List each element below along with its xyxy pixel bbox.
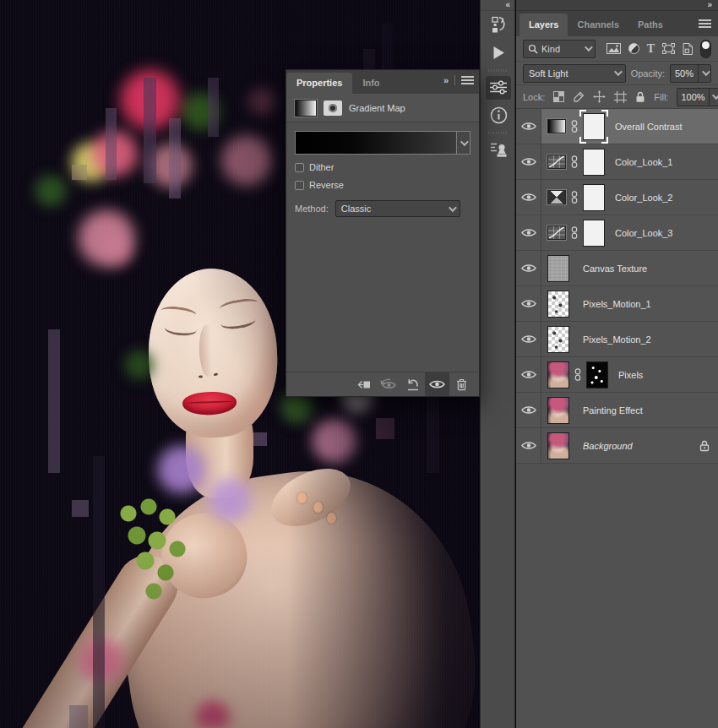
fill-value[interactable]: 100% [677,89,708,106]
layer-thumbnail-gradient[interactable] [547,190,566,204]
tab-properties[interactable]: Properties [286,73,352,94]
layer-thumbnail-curves[interactable] [547,155,566,169]
layer-thumbnail-transparent[interactable] [547,326,569,353]
mask-icon[interactable] [324,101,342,116]
tab-info[interactable]: Info [352,73,389,94]
reverse-option[interactable]: Reverse [295,180,471,190]
layer-thumbnail-photo[interactable] [547,432,569,459]
opacity-field[interactable]: 50% [670,64,711,83]
visibility-eye-icon[interactable] [516,144,541,179]
dock-collapse-button[interactable]: « [481,0,514,11]
filter-kind-value: Kind [541,44,581,54]
layers-dock-collapse-button[interactable]: » [516,0,718,11]
visibility-eye-icon[interactable] [516,286,541,321]
layer-name: Pixels_Motion_2 [583,334,651,345]
layer-name: Background [583,441,633,451]
layer-mask-thumbnail[interactable] [583,149,605,176]
reverse-checkbox[interactable] [295,181,304,190]
clip-to-layer-button[interactable] [351,372,376,396]
dock-group-grip[interactable] [488,68,507,73]
gradient-map-icon[interactable] [295,100,317,117]
layer-row-color-look-3[interactable]: Color_Look_3 [516,215,718,251]
visibility-eye-icon[interactable] [516,180,541,215]
layer-thumbnail-curves[interactable] [547,225,566,240]
photoshop-window: « » [0,0,718,728]
lock-row: Lock: Fill: 100% [516,85,718,109]
layer-row-painting-effect[interactable]: Painting Effect [516,393,718,428]
actions-panel-button[interactable] [481,39,516,67]
filter-shape-layers-icon[interactable] [662,43,675,54]
fill-field[interactable]: 100% [677,88,718,106]
view-previous-state-button[interactable] [376,372,400,396]
dither-label: Dither [309,162,334,172]
delete-adjustment-button[interactable] [449,372,474,396]
history-panel-button[interactable] [481,11,516,39]
clone-source-panel-button[interactable] [481,136,516,164]
filter-type-layers-icon[interactable]: T [647,42,655,56]
layer-row-canvas-texture[interactable]: Canvas Texture [516,251,718,286]
layer-row-pixels-motion-2[interactable]: Pixels_Motion_2 [516,322,718,357]
layer-row-color-look-2[interactable]: Color_Look_2 [516,180,718,215]
lock-transparency-icon[interactable] [553,91,564,102]
tab-layers[interactable]: Layers [519,14,568,36]
search-icon [528,44,538,54]
properties-footer [286,372,479,396]
lock-pixels-brush-icon[interactable] [573,91,585,103]
filter-adjustment-layers-icon[interactable] [628,43,639,54]
chevron-down-icon [712,91,718,100]
toggle-visibility-button[interactable] [425,372,449,396]
layer-mask-thumbnail[interactable] [586,361,608,388]
layer-mask-thumbnail[interactable] [583,220,605,247]
dock-group-grip[interactable] [488,130,507,135]
visibility-eye-icon[interactable] [516,251,541,285]
filter-smart-objects-icon[interactable] [683,43,693,55]
info-panel-button[interactable] [481,101,516,129]
tab-paths[interactable]: Paths [628,14,672,36]
collapse-right-icon[interactable]: » [443,75,449,85]
gradient-preview-dropdown[interactable] [295,131,471,155]
gradient-preview[interactable] [296,132,456,154]
dither-option[interactable]: Dither [295,162,471,172]
method-value: Classic [341,204,449,214]
filter-toggle-switch[interactable] [700,40,711,58]
lock-artboard-icon[interactable] [614,91,627,103]
chevron-down-icon [614,68,623,76]
tab-channels[interactable]: Channels [568,14,628,36]
visibility-eye-icon[interactable] [516,393,541,427]
opacity-value[interactable]: 50% [671,65,698,82]
layer-mask-thumbnail[interactable] [583,113,605,140]
properties-tab-bar: Properties Info » [286,70,479,94]
layer-row-pixels-motion-1[interactable]: Pixels_Motion_1 [516,286,718,322]
visibility-eye-icon[interactable] [516,322,541,356]
layer-thumbnail-transparent[interactable] [547,291,569,318]
properties-panel-button[interactable] [481,73,516,101]
reset-adjustment-button[interactable] [400,372,425,396]
dither-checkbox[interactable] [295,163,304,172]
lock-position-move-icon[interactable] [593,90,606,103]
layer-name: Color_Look_1 [615,157,673,167]
visibility-eye-icon[interactable] [516,357,541,392]
visibility-eye-icon[interactable] [516,109,541,144]
layer-thumbnail-gradient-map[interactable] [547,119,566,133]
layer-name: Color_Look_3 [615,228,673,238]
lock-icon [699,440,710,452]
layer-row-pixels[interactable]: Pixels [516,357,718,393]
layer-row-color-look-1[interactable]: Color_Look_1 [516,144,718,180]
panel-menu-icon[interactable] [699,19,711,28]
layer-thumbnail-photo[interactable] [547,397,569,424]
visibility-eye-icon[interactable] [516,215,541,250]
method-dropdown[interactable]: Classic [335,200,460,217]
layer-thumbnail-photo[interactable] [547,361,569,388]
layer-row-background[interactable]: Background [516,428,718,464]
layer-mask-thumbnail[interactable] [583,184,605,211]
panel-menu-icon[interactable] [461,76,474,84]
filter-pixel-layers-icon[interactable] [606,43,621,54]
lock-all-icon[interactable] [635,91,645,103]
filter-kind-dropdown[interactable]: Kind [523,40,596,58]
blend-mode-dropdown[interactable]: Soft Light [523,64,626,83]
layer-thumbnail-texture[interactable] [547,255,569,282]
visibility-eye-icon[interactable] [516,428,541,463]
layers-list: Overall Contrast Color_Look_1 [516,109,718,464]
layer-row-overall-contrast[interactable]: Overall Contrast [516,109,718,144]
adjustment-title: Gradient Map [349,103,405,113]
